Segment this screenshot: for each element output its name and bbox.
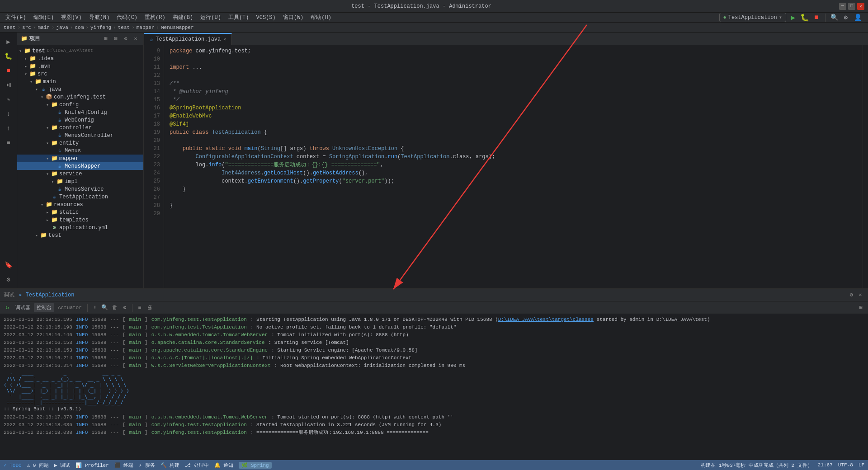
tree-item-impl[interactable]: ▸ 📁 impl	[17, 178, 143, 185]
run-strip-button[interactable]: ▶	[2, 35, 15, 48]
tree-item-menuscontroller[interactable]: ▸ ☕ MenusController	[17, 132, 143, 139]
menu-run[interactable]: 运行(U)	[197, 13, 225, 22]
build-button[interactable]: 🔨 构建	[160, 462, 180, 469]
breadcrumb-yinfeng[interactable]: yinfeng	[90, 25, 111, 30]
code-editor[interactable]: 9 10 11 12 13 14 15 16 17 18 19 20 21 22…	[144, 45, 868, 288]
rerun-button[interactable]: ↻	[3, 303, 12, 312]
settings-strip-button[interactable]: ⚙	[2, 273, 15, 286]
line-sep[interactable]: LF	[859, 462, 864, 468]
menu-build[interactable]: 构建(B)	[169, 13, 197, 22]
tree-item-menusservice[interactable]: ▸ ☕ MenusService	[17, 185, 143, 193]
tree-item-webconfig[interactable]: ▸ ☕ WebConfig	[17, 116, 143, 124]
tree-item-test-root[interactable]: ▾ 📁 test D:\IDEA_JAVA\test	[17, 47, 143, 55]
tree-item-yml[interactable]: ▸ ⚙ application.yml	[17, 224, 143, 231]
services-button[interactable]: ⚡ 服务	[139, 462, 155, 469]
tree-item-src[interactable]: ▾ 📁 src	[17, 70, 143, 78]
settings-btn[interactable]: ⚙	[120, 303, 129, 312]
menu-help[interactable]: 帮助(H)	[307, 13, 335, 22]
breadcrumb-com[interactable]: com	[75, 25, 84, 30]
test-app-tab[interactable]: ▸ TestApplication	[19, 291, 74, 298]
stop-strip-button[interactable]: ■	[2, 64, 15, 77]
menu-navigate[interactable]: 导航(N)	[85, 13, 113, 22]
encoding[interactable]: UTF-8	[838, 462, 853, 468]
bottom-tab-actuator[interactable]: Actuator	[55, 303, 85, 312]
menu-tools[interactable]: 工具(T)	[225, 13, 253, 22]
scroll-to-end[interactable]: ⬇	[90, 303, 99, 312]
search-everywhere-button[interactable]: 🔍	[829, 13, 839, 23]
clear-btn[interactable]: 🗑	[110, 303, 119, 312]
menu-window[interactable]: 窗口(W)	[279, 13, 307, 22]
code-content[interactable]: package com.yinfeng.test; import ... /**…	[164, 45, 863, 288]
breadcrumb-mapper[interactable]: mapper	[137, 25, 155, 30]
wrap-btn[interactable]: ≡	[135, 303, 144, 312]
tree-item-test-dir[interactable]: ▸ 📁 test	[17, 231, 143, 239]
bottom-tab-output[interactable]: 控制台	[34, 303, 54, 312]
bookmark-button[interactable]: 🔖	[2, 258, 15, 271]
tree-item-java[interactable]: ▾ ☕ java	[17, 85, 143, 93]
tree-item-config[interactable]: ▾ 📁 config	[17, 101, 143, 108]
close-button[interactable]: ✕	[857, 3, 864, 10]
menu-edit[interactable]: 编辑(E)	[30, 13, 58, 22]
print-btn[interactable]: 🖨	[145, 303, 154, 312]
tree-item-templates[interactable]: ▸ 📁 templates	[17, 216, 143, 224]
breadcrumb-menusmapper[interactable]: MenusMapper	[161, 25, 194, 30]
menu-file[interactable]: 文件(F)	[2, 13, 30, 22]
minimize-button[interactable]: ─	[839, 3, 846, 10]
run-config-dropdown[interactable]: ● TestApplication ▾	[719, 13, 786, 22]
menu-vcs[interactable]: VCS(S)	[252, 14, 279, 22]
tree-item-mvn[interactable]: ▸ 📁 .mvn	[17, 62, 143, 70]
debug-strip-button[interactable]: 🐛	[2, 50, 15, 62]
tree-item-package[interactable]: ▾ 📦 com.yinfeng.test	[17, 93, 143, 101]
resume-strip-button[interactable]: ⏯	[2, 79, 15, 91]
tree-item-entity[interactable]: ▾ 📁 entity	[17, 139, 143, 147]
stop-button[interactable]: ■	[811, 13, 821, 23]
user-button[interactable]: 👤	[853, 13, 863, 23]
panel-close[interactable]: ✕	[856, 291, 864, 299]
settings-button[interactable]: ⚙	[841, 13, 851, 23]
restore-layout-btn[interactable]: ⊞	[856, 303, 865, 312]
tree-item-resources[interactable]: ▾ 📁 resources	[17, 201, 143, 208]
profiler-button[interactable]: 📊 Profiler	[75, 462, 108, 468]
console-output[interactable]: 2022-03-12 22:18:15.195 INFO 15688 --- […	[0, 314, 868, 460]
evaluate-button[interactable]: ≡	[2, 136, 15, 149]
terminal-button[interactable]: ⬛ 终端	[114, 462, 134, 469]
bottom-tab-console[interactable]: 调试器	[13, 303, 33, 312]
run-status[interactable]: ▶ 调试	[54, 462, 70, 469]
sidebar-collapse-all[interactable]: ⊟	[112, 35, 120, 43]
tree-item-main[interactable]: ▾ 📁 main	[17, 78, 143, 85]
breadcrumb-testpkg[interactable]: test	[118, 25, 130, 30]
tree-item-idea[interactable]: ▸ 📁 .idea	[17, 55, 143, 62]
tree-item-testapplication[interactable]: ▸ ☕ TestApplication	[17, 193, 143, 201]
step-over-button[interactable]: ↷	[2, 93, 15, 106]
tree-item-service[interactable]: ▾ 📁 service	[17, 170, 143, 178]
debug-button[interactable]: 🐛	[800, 13, 810, 23]
step-into-button[interactable]: ↓	[2, 108, 15, 120]
breadcrumb-java[interactable]: java	[56, 25, 68, 30]
tab-testapplication[interactable]: ☕ TestApplication.java ✕	[144, 33, 232, 45]
breadcrumb-main[interactable]: main	[38, 25, 49, 30]
tab-close-icon[interactable]: ✕	[223, 37, 226, 42]
tree-item-menus[interactable]: ▸ ☕ Menus	[17, 147, 143, 155]
tree-item-static[interactable]: ▸ 📁 static	[17, 208, 143, 216]
tree-item-mapper[interactable]: ▾ 📁 mapper	[17, 155, 143, 162]
breadcrumb-src[interactable]: src	[22, 25, 31, 30]
sidebar-close[interactable]: ✕	[132, 35, 140, 43]
menu-code[interactable]: 代码(C)	[113, 13, 141, 22]
sidebar-settings[interactable]: ⚙	[122, 35, 130, 43]
maximize-button[interactable]: □	[848, 3, 855, 10]
log-link-1[interactable]: D:\IDEA_JAVA\test\target\classes	[498, 317, 594, 322]
problems-button[interactable]: ⚠ 0 问题	[27, 462, 49, 469]
breadcrumb-test[interactable]: test	[4, 25, 15, 30]
sidebar-expand-all[interactable]: ⊞	[102, 35, 110, 43]
spring-button[interactable]: 🌿 Spring	[239, 462, 271, 469]
notifications-button[interactable]: 🔔 通知	[214, 462, 234, 469]
tree-item-knife4j[interactable]: ▸ ☕ Knife4jConfig	[17, 108, 143, 116]
run-button[interactable]: ▶	[788, 13, 798, 23]
panel-settings[interactable]: ⚙	[847, 291, 855, 299]
step-out-button[interactable]: ↑	[2, 122, 15, 135]
tree-item-controller[interactable]: ▾ 📁 controller	[17, 124, 143, 132]
git-button[interactable]: ⎇ 处理中	[185, 462, 209, 469]
tree-item-menusmapper[interactable]: ▸ ☕ MenusMapper	[17, 162, 143, 170]
menu-refactor[interactable]: 重构(R)	[141, 13, 169, 22]
menu-view[interactable]: 视图(V)	[57, 13, 85, 22]
